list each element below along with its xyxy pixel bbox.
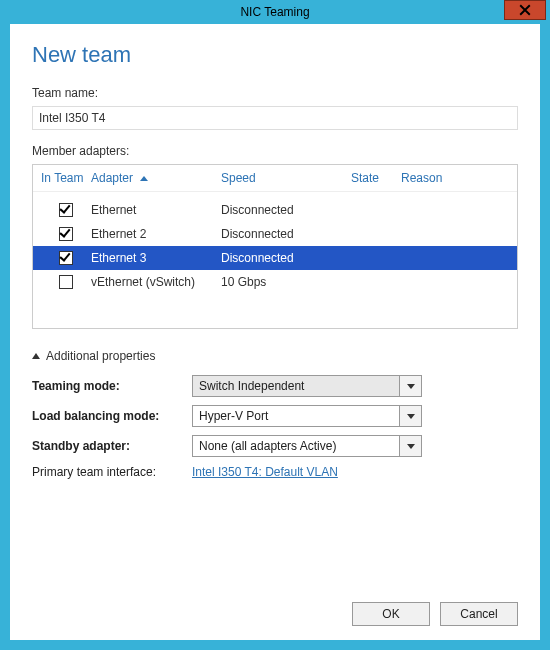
adapter-table-body: EthernetDisconnectedEthernet 2Disconnect… — [33, 192, 517, 328]
team-name-input[interactable] — [32, 106, 518, 130]
standby-adapter-label: Standby adapter: — [32, 439, 192, 453]
standby-adapter-value: None (all adapters Active) — [192, 435, 400, 457]
col-in-team[interactable]: In Team — [41, 171, 91, 185]
adapter-speed: Disconnected — [221, 203, 351, 217]
col-reason[interactable]: Reason — [401, 171, 509, 185]
page-title: New team — [32, 42, 518, 68]
dialog-body: New team Team name: Member adapters: In … — [10, 24, 540, 640]
teaming-mode-row: Teaming mode: Switch Independent — [32, 375, 518, 397]
cancel-button[interactable]: Cancel — [440, 602, 518, 626]
chevron-up-icon — [32, 353, 40, 359]
primary-interface-label: Primary team interface: — [32, 465, 192, 479]
table-row[interactable]: vEthernet (vSwitch)10 Gbps — [33, 270, 517, 294]
additional-properties-label: Additional properties — [46, 349, 155, 363]
dialog-buttons: OK Cancel — [32, 590, 518, 626]
chevron-down-icon — [407, 414, 415, 419]
adapter-table-header: In Team Adapter Speed State Reason — [33, 165, 517, 192]
adapter-speed: Disconnected — [221, 251, 351, 265]
in-team-checkbox[interactable] — [59, 275, 73, 289]
load-balancing-select[interactable]: Hyper-V Port — [192, 405, 422, 427]
teaming-mode-label: Teaming mode: — [32, 379, 192, 393]
load-balancing-value: Hyper-V Port — [192, 405, 400, 427]
adapter-name: Ethernet 3 — [91, 251, 221, 265]
ok-button[interactable]: OK — [352, 602, 430, 626]
adapter-table: In Team Adapter Speed State Reason Ether… — [32, 164, 518, 329]
adapter-name: Ethernet — [91, 203, 221, 217]
table-row[interactable]: Ethernet 3Disconnected — [33, 246, 517, 270]
title-bar: NIC Teaming — [0, 0, 550, 24]
load-balancing-dropdown-button[interactable] — [400, 405, 422, 427]
table-row[interactable]: Ethernet 2Disconnected — [33, 222, 517, 246]
col-adapter[interactable]: Adapter — [91, 171, 221, 185]
primary-interface-link[interactable]: Intel I350 T4: Default VLAN — [192, 465, 338, 479]
load-balancing-label: Load balancing mode: — [32, 409, 192, 423]
standby-adapter-dropdown-button[interactable] — [400, 435, 422, 457]
standby-adapter-row: Standby adapter: None (all adapters Acti… — [32, 435, 518, 457]
adapter-speed: 10 Gbps — [221, 275, 351, 289]
col-state[interactable]: State — [351, 171, 401, 185]
teaming-mode-dropdown-button[interactable] — [400, 375, 422, 397]
adapter-speed: Disconnected — [221, 227, 351, 241]
additional-properties-toggle[interactable]: Additional properties — [32, 349, 518, 363]
window-title: NIC Teaming — [0, 5, 550, 19]
table-row[interactable]: EthernetDisconnected — [33, 198, 517, 222]
adapter-name: Ethernet 2 — [91, 227, 221, 241]
in-team-checkbox[interactable] — [59, 251, 73, 265]
member-adapters-label: Member adapters: — [32, 144, 518, 158]
in-team-checkbox[interactable] — [59, 227, 73, 241]
adapter-name: vEthernet (vSwitch) — [91, 275, 221, 289]
chevron-down-icon — [407, 384, 415, 389]
col-speed[interactable]: Speed — [221, 171, 351, 185]
col-adapter-label: Adapter — [91, 171, 133, 185]
in-team-checkbox[interactable] — [59, 203, 73, 217]
close-icon — [519, 4, 531, 16]
standby-adapter-select[interactable]: None (all adapters Active) — [192, 435, 422, 457]
team-name-label: Team name: — [32, 86, 518, 100]
teaming-mode-select[interactable]: Switch Independent — [192, 375, 422, 397]
close-button[interactable] — [504, 0, 546, 20]
sort-asc-icon — [140, 176, 148, 181]
teaming-mode-value: Switch Independent — [192, 375, 400, 397]
primary-interface-row: Primary team interface: Intel I350 T4: D… — [32, 465, 518, 479]
load-balancing-row: Load balancing mode: Hyper-V Port — [32, 405, 518, 427]
chevron-down-icon — [407, 444, 415, 449]
